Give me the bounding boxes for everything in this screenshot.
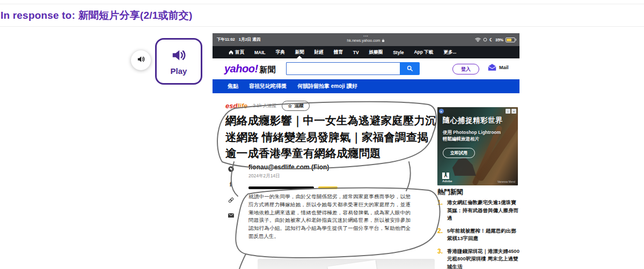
ad-cta-button[interactable]: 立即試用 <box>443 148 475 158</box>
yahoo-header: yahoo! 新聞 登入 Mail <box>213 58 519 79</box>
speaker-button[interactable] <box>131 50 151 70</box>
nav-item-news[interactable]: 新聞 <box>295 46 304 58</box>
topic-link-2[interactable]: 何韻詩留拍掌 emoji 讚好 <box>297 83 357 90</box>
article-headline: 網絡成癮影響｜中一女生為逃避家庭壓力沉迷網路 情緒變差易發脾氣｜家福會調查揭逾一… <box>225 113 439 162</box>
mail-link[interactable]: Mail <box>487 63 509 71</box>
topic-bar: 焦點 容祖兒叱咤得獎 何韻詩留拍掌 emoji 讚好 <box>213 79 519 93</box>
author-name: fionau@esdlife.com (Fion) <box>248 163 329 171</box>
ios-status-bar: 下午11:02 1月2日 週四 ••• hk.news.yahoo.com ☾ … <box>213 33 519 46</box>
nav-item-tv[interactable]: TV <box>353 46 359 58</box>
login-button[interactable]: 登入 <box>452 64 479 74</box>
star-icon: ☆ <box>288 103 292 109</box>
hot-news-link[interactable]: 港女網紅倫敦豪宅失逾1億珠寶 英媒：持有武器曾與傭人擦身而過 <box>447 199 519 222</box>
search-button[interactable] <box>400 62 420 75</box>
esdlife-logo[interactable]: esdlife <box>225 102 247 110</box>
tab-dots: ••• <box>363 34 368 39</box>
page: In response to: 新聞短片分享(2/1或前交) Play 下午11… <box>0 0 644 269</box>
response-header: In response to: 新聞短片分享(2/1或前交) <box>0 4 644 27</box>
hot-news-list: 1. 港女網紅倫敦豪宅失逾1億珠寶 英媒：持有武器曾與傭人擦身而過 2. 5年前… <box>437 199 519 269</box>
search-bar <box>286 62 420 75</box>
topic-label: 焦點 <box>228 83 238 90</box>
facebook-icon[interactable]: f <box>227 181 235 188</box>
search-input[interactable] <box>286 62 400 75</box>
nav-item-more[interactable]: 更多... <box>443 46 456 58</box>
nav-item-mail[interactable]: MAIL <box>254 46 266 58</box>
speaker-icon <box>136 55 145 66</box>
status-time: 下午11:02 <box>217 37 235 42</box>
topic-link-1[interactable]: 容祖兒叱咤得獎 <box>249 83 287 90</box>
article-source-row: esdlife 2.1k 人追蹤 ☆ 追蹤 <box>225 101 310 111</box>
follower-count: 2.1k 人追蹤 <box>253 103 276 109</box>
article-photo <box>258 259 435 269</box>
hot-news-rank: 3. <box>437 248 444 269</box>
divider-black <box>248 186 314 189</box>
ad-title: 隨心捕捉精彩世界 <box>443 116 518 125</box>
whatsapp-icon[interactable] <box>227 165 235 173</box>
yahoo-property-nav: 首頁 MAIL 字典 新聞 財經 體育 TV 娛樂圈 Style App 下載 … <box>213 46 519 58</box>
nav-item-finance[interactable]: 財經 <box>314 46 324 58</box>
ad-info-icon[interactable]: i <box>506 109 510 114</box>
rotation-lock-icon <box>483 38 487 42</box>
divider-yellow <box>318 186 338 189</box>
mail-icon <box>487 63 497 71</box>
email-share-icon[interactable] <box>227 212 235 219</box>
hot-news-link[interactable]: 5年前就被壓榨！趙露思釣出鄧紫棋13字回應 <box>447 227 519 243</box>
ad-photo-credit: Vanessa Mend <box>497 180 515 183</box>
play-speaker-icon <box>170 47 187 65</box>
nav-item-app-download[interactable]: App 下載 <box>414 46 433 58</box>
nav-item-home[interactable]: 首頁 <box>229 46 244 58</box>
hot-news-title: 熱門新聞 <box>437 188 463 197</box>
article-date: 2024年2月14日 <box>248 173 329 180</box>
rock-shape <box>452 158 476 176</box>
wifi-icon <box>475 38 481 42</box>
home-icon <box>229 50 233 55</box>
battery-icon <box>506 38 515 42</box>
adobe-logo-icon: A <box>442 173 449 179</box>
adobe-brand: A Adobe <box>442 173 452 183</box>
article-body: 就讀中一的朱同學，由於父母關係惡劣，經常因家庭事務而爭吵，以懲罰方式將壓力轉嫁給… <box>248 193 411 241</box>
hot-news-rank: 1. <box>437 199 444 222</box>
ad-close-icon[interactable]: × <box>511 109 516 114</box>
status-date: 1月2日 週四 <box>239 37 260 42</box>
hot-news-item[interactable]: 3. 香港賺錢深圳花｜港漂夫婦4500元租800呎深圳樓 周末北上過雙城生活 <box>437 248 519 269</box>
nav-item-sports[interactable]: 體育 <box>334 46 343 58</box>
battery-percent: 35% <box>495 38 503 42</box>
address-url[interactable]: hk.news.yahoo.com <box>347 39 385 43</box>
hot-news-rank: 2. <box>437 227 444 243</box>
nav-item-entertainment[interactable]: 娛樂圈 <box>369 46 383 58</box>
ad-banner[interactable]: ▸ i × 隨心捕捉精彩世界 使用 Photoshop Lightroom 輕鬆… <box>437 107 518 185</box>
search-icon <box>407 65 413 72</box>
adchoices-icon[interactable]: ▸ <box>439 109 444 114</box>
page-title: In response to: 新聞短片分享(2/1或前交) <box>1 9 193 23</box>
hot-news-item[interactable]: 2. 5年前就被壓榨！趙露思釣出鄧紫棋13字回應 <box>437 227 519 243</box>
yahoo-news-logo[interactable]: yahoo! 新聞 <box>224 63 276 75</box>
moon-icon: ☾ <box>489 38 493 42</box>
follow-button[interactable]: ☆ 追蹤 <box>282 101 310 111</box>
play-button[interactable]: Play <box>155 38 202 85</box>
author-block: fionau@esdlife.com (Fion) 2024年2月14日 <box>248 163 329 180</box>
share-column: f <box>227 165 235 219</box>
ipad-screenshot: 下午11:02 1月2日 週四 ••• hk.news.yahoo.com ☾ … <box>213 33 519 269</box>
hot-news-link[interactable]: 香港賺錢深圳花｜港漂夫婦4500元租800呎深圳樓 周末北上過雙城生活 <box>447 248 519 269</box>
hot-news-item[interactable]: 1. 港女網紅倫敦豪宅失逾1億珠寶 英媒：持有武器曾與傭人擦身而過 <box>437 199 519 222</box>
copy-link-icon[interactable] <box>227 196 235 204</box>
nav-item-style[interactable]: Style <box>393 46 404 58</box>
play-button-label: Play <box>171 66 187 76</box>
nav-item-dictionary[interactable]: 字典 <box>276 46 285 58</box>
ad-subtitle: 使用 Photoshop Lightroom 輕鬆編輯旅遊相片 <box>443 129 508 143</box>
lock-icon <box>382 39 385 42</box>
